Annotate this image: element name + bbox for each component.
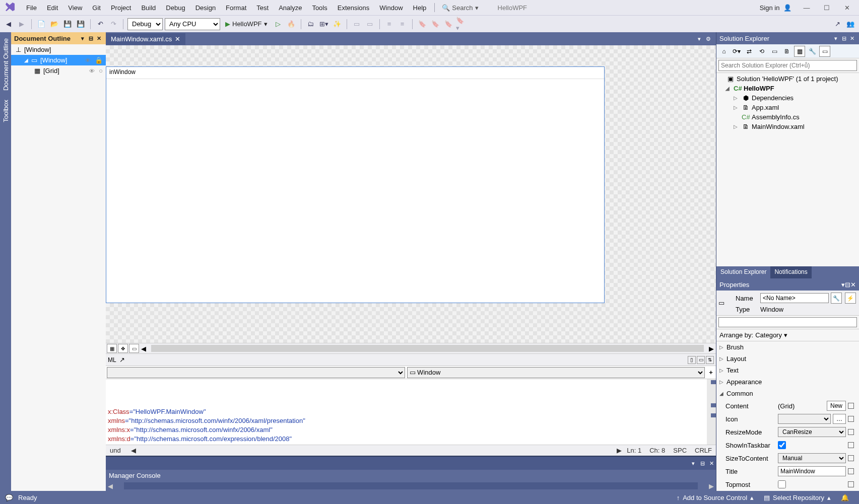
menu-analyze[interactable]: Analyze <box>274 2 307 14</box>
property-marker[interactable] <box>848 481 854 487</box>
tree-node[interactable]: ▷ ⬢ Dependencies <box>716 93 859 103</box>
tab-notifications[interactable]: Notifications <box>770 266 811 278</box>
crumb-left-select[interactable] <box>107 367 405 378</box>
topmost-checkbox[interactable] <box>778 479 786 489</box>
scroll-right-icon[interactable]: ▶ <box>709 345 714 352</box>
new-content-button[interactable]: New <box>827 401 846 411</box>
configuration-select[interactable]: Debug <box>127 18 163 30</box>
property-marker[interactable] <box>848 455 854 461</box>
dropdown-icon[interactable]: ▾ <box>689 460 698 467</box>
effects-icon[interactable]: ✨ <box>332 19 343 30</box>
category-common[interactable]: ◢Common <box>716 388 859 399</box>
bottom-horizontal-scrollbar[interactable]: ◀▶ <box>106 481 716 491</box>
outline-root[interactable]: ⊥ [Window] <box>11 44 106 55</box>
xaml-code-editor[interactable]: x:Class="HelloWPF.MainWindow"xmlns="http… <box>106 379 716 445</box>
bookmark4-icon[interactable]: 🔖▾ <box>456 19 467 30</box>
title-input[interactable] <box>778 466 846 476</box>
pin-icon[interactable]: ⊟ <box>840 35 848 42</box>
tab-solution-explorer[interactable]: Solution Explorer <box>716 266 770 278</box>
dropdown-icon[interactable]: ▾ <box>841 281 845 289</box>
property-marker[interactable] <box>848 442 854 448</box>
pointer-tool-icon[interactable]: ▦ <box>107 344 117 353</box>
save-button[interactable]: 💾 <box>62 19 73 30</box>
new-project-button[interactable]: 📄 <box>36 19 47 30</box>
menu-format[interactable]: Format <box>221 2 251 14</box>
outline-item[interactable]: ▦ [Grid] 👁 ○ <box>11 65 106 76</box>
solution-search-input[interactable] <box>718 60 857 71</box>
close-icon[interactable]: ✕ <box>95 35 103 42</box>
minimize-button[interactable]: — <box>797 2 817 14</box>
pin-icon[interactable]: ⊟ <box>698 460 707 467</box>
hot-reload-button[interactable]: 🔥 <box>286 19 297 30</box>
add-icon[interactable]: + <box>706 369 716 376</box>
output-icon[interactable]: 💬 <box>5 494 13 501</box>
back-button[interactable]: ◀ <box>3 19 14 30</box>
search-menu[interactable]: 🔍 Search ▾ <box>438 4 482 12</box>
menu-file[interactable]: File <box>21 2 42 14</box>
redo-button[interactable]: ↷ <box>108 19 119 30</box>
menu-tools[interactable]: Tools <box>307 2 332 14</box>
collapse-all-icon[interactable]: ▭ <box>769 46 780 57</box>
align-button[interactable]: ⊞▾ <box>318 19 329 30</box>
group-button[interactable]: ▭ <box>351 19 362 30</box>
split-vertical-icon[interactable]: ▯ <box>688 356 696 364</box>
events-icon[interactable]: ⚡ <box>845 293 856 304</box>
rail-document-outline[interactable]: Document Outline <box>2 36 10 93</box>
icon-select[interactable] <box>778 414 831 424</box>
share-button[interactable]: ↗ <box>832 19 843 30</box>
lock-icon[interactable]: 🔒 <box>95 56 103 64</box>
halign-button[interactable]: ≡ <box>384 19 395 30</box>
document-tab[interactable]: MainWindow.xaml.cs ✕ <box>106 33 185 45</box>
zoom-tool-icon[interactable]: ▭ <box>129 344 139 353</box>
gear-icon[interactable]: ⚙ <box>704 36 713 42</box>
tree-node[interactable]: ▷ 🗎 MainWindow.xaml <box>716 122 859 131</box>
sign-in-button[interactable]: Sign in 👤 <box>755 2 797 14</box>
property-marker[interactable] <box>848 429 854 435</box>
menu-build[interactable]: Build <box>136 2 161 14</box>
property-marker[interactable] <box>848 468 854 474</box>
showintaskbar-checkbox[interactable] <box>778 440 786 450</box>
ungroup-button[interactable]: ▭ <box>364 19 375 30</box>
category-brush[interactable]: ▷Brush <box>716 341 859 353</box>
tree-node[interactable]: ▷ 🗎 App.xaml <box>716 103 859 112</box>
preview-tab-icon[interactable]: ▦ <box>794 46 805 57</box>
open-button[interactable]: 📂 <box>49 19 60 30</box>
show-all-files-icon[interactable]: 🗎 <box>781 46 792 57</box>
property-marker[interactable] <box>848 416 854 422</box>
select-repository-button[interactable]: ▤ Select Repository ▴ <box>759 494 836 501</box>
menu-window[interactable]: Window <box>374 2 408 14</box>
arrange-by[interactable]: Arrange by: Category ▾ <box>716 329 859 341</box>
close-icon[interactable]: ✕ <box>848 35 856 42</box>
menu-view[interactable]: View <box>63 2 87 14</box>
undo-button[interactable]: ↶ <box>95 19 106 30</box>
design-window-preview[interactable]: inWindow <box>106 66 605 303</box>
properties-icon[interactable]: 🔧 <box>807 46 818 57</box>
valign-button[interactable]: ≡ <box>397 19 408 30</box>
menu-edit[interactable]: Edit <box>42 2 63 14</box>
close-icon[interactable]: ✕ <box>175 35 180 43</box>
dropdown-icon[interactable]: ▾ <box>832 35 840 42</box>
rail-toolbox[interactable]: Toolbox <box>2 98 10 124</box>
menu-test[interactable]: Test <box>251 2 274 14</box>
crumb-right-select[interactable]: ▭ Window <box>407 367 705 378</box>
category-text[interactable]: ▷Text <box>716 365 859 376</box>
properties-search-input[interactable] <box>718 317 857 327</box>
chevron-down-icon[interactable]: ▾ <box>79 35 87 42</box>
platform-select[interactable]: Any CPU <box>165 18 220 30</box>
close-icon[interactable]: ✕ <box>707 460 716 467</box>
property-marker[interactable] <box>848 403 854 409</box>
outline-item[interactable]: ◢ ▭ [Window] 👁 🔒 <box>11 55 106 65</box>
browser-icon[interactable]: 🗂 <box>305 19 316 30</box>
pin-icon[interactable]: ⊟ <box>87 35 95 42</box>
save-all-button[interactable]: 💾 <box>75 19 86 30</box>
add-source-control-button[interactable]: ↑ Add to Source Control ▴ <box>672 494 759 501</box>
scroll-right-icon[interactable]: ▶ <box>617 447 622 454</box>
name-input[interactable] <box>760 293 829 303</box>
close-button[interactable]: ✕ <box>837 2 857 14</box>
pan-tool-icon[interactable]: ✥ <box>118 344 128 353</box>
start-debug-button[interactable]: ▶ HelloWPF ▾ <box>222 18 271 30</box>
bookmark2-icon[interactable]: 🔖 <box>430 19 441 30</box>
lock-icon[interactable]: ○ <box>99 67 103 75</box>
menu-design[interactable]: Design <box>190 2 221 14</box>
view-code-icon[interactable]: ▭ <box>819 46 830 57</box>
